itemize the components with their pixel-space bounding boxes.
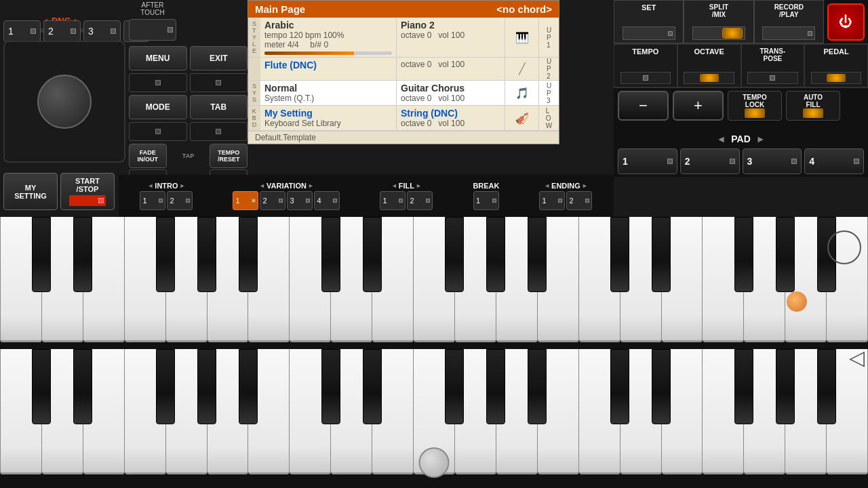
fade-button[interactable]: FADEIN/OUT <box>129 144 167 168</box>
variation-btn-4[interactable]: 4 <box>314 191 340 210</box>
left-buttons: MENU EXIT MODE TAB FADEIN/OUT TAP TEMPO/… <box>129 46 248 184</box>
tempo-lock-button[interactable]: TEMPOLOCK <box>728 91 782 121</box>
exit-button[interactable]: EXIT <box>190 46 248 70</box>
my-setting-button[interactable]: MYSETTING <box>3 173 58 210</box>
variation-buttons: 1 2 3 4 <box>233 191 340 210</box>
fill-btn-1[interactable]: 1 <box>380 191 406 210</box>
black-key[interactable] <box>445 349 464 424</box>
normal-sub: System (Q.T.) <box>264 94 392 103</box>
mode-sub[interactable] <box>129 122 187 141</box>
black-key[interactable] <box>776 217 795 292</box>
plus-button[interactable]: + <box>673 91 724 121</box>
octave-button[interactable]: OCTAVE <box>677 44 741 87</box>
intro-group: ◄INTRO► 1 2 <box>140 182 193 210</box>
ending-buttons: 1 2 <box>539 191 592 210</box>
ending-btn-2[interactable]: 2 <box>566 191 592 210</box>
exit-sub[interactable] <box>190 73 248 92</box>
pad-btn-4[interactable]: 4 <box>804 148 864 174</box>
black-key[interactable] <box>363 349 382 424</box>
row-up1: UP1 <box>538 18 559 57</box>
pad2-label: 2 <box>685 156 690 167</box>
black-key[interactable] <box>156 349 175 424</box>
arabic-progress-fill <box>264 52 354 55</box>
black-key[interactable] <box>610 217 629 292</box>
black-key[interactable] <box>32 217 51 292</box>
row-flute-inst: octave 0 vol 100 <box>396 58 505 80</box>
black-key[interactable] <box>197 217 216 292</box>
transpose-button[interactable]: TRANS-POSE <box>741 44 805 87</box>
android-home-button[interactable] <box>827 230 861 264</box>
fill-btn-2[interactable]: 2 <box>407 191 433 210</box>
mysetting-sub: Keyboard Set Library <box>264 119 392 128</box>
tempo-button[interactable]: TEMPO <box>614 44 677 87</box>
black-key[interactable] <box>239 217 258 292</box>
pad-btn-2[interactable]: 2 <box>680 148 740 174</box>
black-key[interactable] <box>486 349 505 424</box>
auto-fill-label: AUTOFILL <box>804 94 823 108</box>
set-button[interactable]: SET <box>614 0 684 43</box>
style-row-mysetting[interactable]: KBD My Setting Keyboard Set Library Stri… <box>248 106 559 131</box>
black-key[interactable] <box>239 349 258 424</box>
black-key[interactable] <box>528 349 547 424</box>
android-back-button[interactable]: ◁ <box>849 346 865 369</box>
ending-group: ◄ENDING► 1 2 <box>539 182 592 210</box>
joystick[interactable] <box>3 41 125 163</box>
flute-name: Flute (DNC) <box>264 60 392 70</box>
split-mix-button[interactable]: SPLIT/MIX <box>684 0 753 43</box>
string-dnc-name: String (DNC) <box>401 108 500 119</box>
num-btn-2[interactable]: 2 <box>43 20 81 42</box>
intro-btn-1[interactable]: 1 <box>140 191 165 210</box>
black-key[interactable] <box>32 349 51 424</box>
start-stop-button[interactable]: START/STOP <box>60 173 115 210</box>
joystick-knob[interactable] <box>37 75 92 129</box>
pad-btn-3[interactable]: 3 <box>743 148 802 174</box>
black-key[interactable] <box>652 349 671 424</box>
after-touch-area: AFTERTOUCH <box>122 0 183 47</box>
style-row-flute[interactable]: Flute (DNC) octave 0 vol 100 ╱ UP2 <box>248 58 559 81</box>
black-key[interactable] <box>610 349 629 424</box>
black-key[interactable] <box>486 217 505 292</box>
tab-sub[interactable] <box>190 122 248 141</box>
pedal-button[interactable]: PEDAL <box>804 44 868 87</box>
style-row-arabic[interactable]: STYLE Arabic tempo 120 bpm 100% meter 4/… <box>248 18 559 58</box>
intro-btn-2[interactable]: 2 <box>167 191 193 210</box>
style-row-normal[interactable]: SYS Normal System (Q.T.) Guitar Chorus o… <box>248 81 559 106</box>
mode-button[interactable]: MODE <box>129 95 187 119</box>
black-key[interactable] <box>156 217 175 292</box>
bottom-control-circle[interactable] <box>419 447 450 478</box>
black-key[interactable] <box>445 217 464 292</box>
num-btn-1[interactable]: 1 <box>3 20 41 42</box>
variation-btn-3[interactable]: 3 <box>287 191 313 210</box>
black-key[interactable] <box>734 217 753 292</box>
power-button[interactable]: ⏻ <box>827 3 865 41</box>
intro-label: ◄INTRO► <box>147 182 185 190</box>
menu-sub[interactable] <box>129 73 187 92</box>
tab-button[interactable]: TAB <box>190 95 248 119</box>
black-key[interactable] <box>321 217 340 292</box>
black-key[interactable] <box>73 349 92 424</box>
black-key[interactable] <box>652 217 671 292</box>
variation-group: ◄VARIATION► 1 2 3 4 <box>233 182 340 210</box>
after-touch-button[interactable] <box>129 19 176 41</box>
num-btn-3[interactable]: 3 <box>83 20 121 42</box>
ending-btn-1[interactable]: 1 <box>539 191 565 210</box>
auto-fill-button[interactable]: AUTOFILL <box>786 91 840 121</box>
black-key[interactable] <box>73 217 92 292</box>
black-key[interactable] <box>776 349 795 424</box>
black-key[interactable] <box>197 349 216 424</box>
record-play-button[interactable]: RECORD/PLAY <box>754 0 824 43</box>
pad-btn-1[interactable]: 1 <box>618 148 677 174</box>
black-key[interactable] <box>734 349 753 424</box>
variation-btn-2[interactable]: 2 <box>260 191 285 210</box>
black-key[interactable] <box>321 349 340 424</box>
break-btn-1[interactable]: 1 <box>473 191 499 210</box>
variation-btn-1[interactable]: 1 <box>233 191 258 210</box>
guitar-chorus-details: octave 0 vol 100 <box>401 94 500 103</box>
menu-button[interactable]: MENU <box>129 46 187 70</box>
tempo-reset-button[interactable]: TEMPO/RESET <box>210 144 248 168</box>
row-normal-content: Normal System (Q.T.) <box>260 81 396 105</box>
black-key[interactable] <box>528 217 547 292</box>
black-key[interactable] <box>363 217 382 292</box>
black-key[interactable] <box>817 349 836 424</box>
minus-button[interactable]: − <box>618 91 669 121</box>
